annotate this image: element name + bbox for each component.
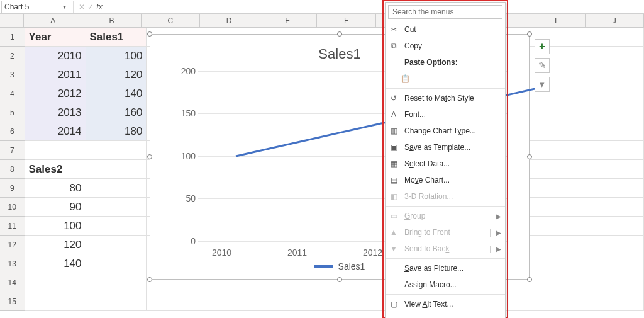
menu-assign-macro[interactable]: Assign Macro... (386, 276, 505, 293)
ytick: 100 (177, 151, 196, 161)
row-header[interactable]: 3 (0, 65, 25, 84)
cell-a5[interactable]: 2013 (25, 103, 86, 122)
cell-b2[interactable]: 100 (86, 47, 147, 65)
col-header[interactable]: C (142, 14, 200, 27)
cell-a8[interactable]: Sales2 (25, 160, 86, 179)
resize-handle[interactable] (337, 31, 342, 37)
chart-filters-button[interactable]: ▾ (535, 77, 550, 92)
row-header[interactable]: 4 (0, 84, 25, 103)
cell-b1[interactable]: Sales1 (86, 28, 147, 47)
group-icon: ▭ (388, 210, 399, 222)
resize-handle[interactable] (527, 277, 532, 282)
cell-a10[interactable]: 90 (25, 198, 86, 217)
menu-format-chart-area[interactable]: ◆ Format Chart Area... (386, 315, 505, 318)
menu-cut[interactable]: ✂ Cut (386, 21, 505, 38)
row-header[interactable]: 5 (0, 103, 25, 122)
alttext-icon: ▢ (388, 298, 399, 310)
fx-icon[interactable]: fx (95, 3, 104, 11)
cell-a2[interactable]: 2010 (25, 47, 86, 65)
row-header[interactable]: 13 (0, 254, 25, 273)
cell-b3[interactable]: 120 (86, 65, 147, 84)
cell-a6[interactable]: 2014 (25, 122, 86, 141)
menu-view-alt-text[interactable]: ▢ View Alt Text... (386, 296, 505, 312)
row-header[interactable]: 8 (0, 160, 25, 179)
menu-move-chart[interactable]: ▤ Move Chart... (386, 172, 505, 188)
chevron-down-icon[interactable]: ▾ (63, 3, 66, 10)
cell[interactable] (86, 217, 147, 236)
cell[interactable] (25, 273, 86, 292)
menu-paste-option-1[interactable]: 📋 (386, 71, 505, 87)
row-header[interactable]: 10 (0, 198, 25, 217)
data-icon: ▦ (388, 158, 399, 169)
col-header[interactable]: E (258, 14, 317, 27)
cancel-icon[interactable]: ✕ (77, 3, 86, 11)
resize-handle[interactable] (147, 277, 152, 282)
cell[interactable] (86, 236, 147, 254)
cell[interactable] (86, 273, 147, 292)
menu-change-chart-type[interactable]: ▥ Change Chart Type... (386, 123, 505, 139)
move-icon: ▤ (388, 174, 399, 186)
resize-handle[interactable] (147, 31, 152, 37)
menu-copy[interactable]: ⧉ Copy (386, 38, 505, 54)
cell[interactable] (86, 254, 147, 273)
chart-icon: ▥ (388, 125, 399, 137)
cell-b5[interactable]: 160 (86, 103, 147, 122)
cell-b4[interactable]: 140 (86, 84, 147, 103)
resize-handle[interactable] (527, 31, 532, 37)
chart-elements-button[interactable]: + (535, 39, 550, 54)
cell-a13[interactable]: 140 (25, 254, 86, 273)
formula-input[interactable] (104, 0, 644, 13)
col-header[interactable]: D (200, 14, 258, 27)
separator (386, 88, 505, 89)
cell-a9[interactable]: 80 (25, 179, 86, 198)
menu-save-as-template[interactable]: ▣ Save as Template... (386, 139, 505, 156)
row-header[interactable]: 14 (0, 273, 25, 292)
cell[interactable] (86, 141, 147, 160)
chart-side-buttons: + ✎ ▾ (535, 39, 550, 92)
separator (386, 294, 505, 295)
context-menu: ✂ Cut ⧉ Copy Paste Options: 📋 ↺ Reset to… (385, 2, 506, 318)
resize-handle[interactable] (527, 154, 532, 159)
cell[interactable] (86, 292, 147, 311)
row-header[interactable]: 1 (0, 28, 25, 47)
row-header[interactable]: 11 (0, 217, 25, 236)
cell-a4[interactable]: 2012 (25, 84, 86, 103)
cell-b6[interactable]: 180 (86, 122, 147, 141)
menu-search-input[interactable] (388, 5, 502, 19)
name-box-value: Chart 5 (4, 3, 63, 11)
row-header[interactable]: 15 (0, 292, 25, 311)
cell[interactable] (25, 292, 86, 311)
name-box[interactable]: Chart 5 ▾ (1, 1, 69, 13)
menu-reset-match-style[interactable]: ↺ Reset to Match Style (386, 90, 505, 106)
col-header[interactable]: I (526, 14, 585, 27)
cell-a12[interactable]: 120 (25, 236, 86, 254)
column-headers: A B C D E F I J (0, 14, 644, 28)
plus-icon: + (539, 40, 545, 53)
row-header[interactable]: 7 (0, 141, 25, 160)
cell[interactable] (25, 141, 86, 160)
col-header[interactable]: J (586, 14, 644, 27)
chevron-right-icon: ▶ (496, 213, 501, 220)
cell-a1[interactable]: Year (25, 28, 86, 47)
reset-icon: ↺ (388, 93, 399, 104)
col-header[interactable]: F (317, 14, 375, 27)
cell-a3[interactable]: 2011 (25, 65, 86, 84)
menu-font[interactable]: A Font... (386, 106, 505, 123)
select-all-corner[interactable] (0, 14, 24, 27)
col-header[interactable]: A (24, 14, 82, 27)
row-header[interactable]: 6 (0, 122, 25, 141)
row-header[interactable]: 2 (0, 47, 25, 65)
col-header[interactable]: B (82, 14, 141, 27)
cell[interactable] (86, 198, 147, 217)
cell[interactable] (86, 160, 147, 179)
cell-a11[interactable]: 100 (25, 217, 86, 236)
row-header[interactable]: 12 (0, 236, 25, 254)
menu-select-data[interactable]: ▦ Select Data... (386, 156, 505, 172)
row-header[interactable]: 9 (0, 179, 25, 198)
chart-styles-button[interactable]: ✎ (535, 58, 550, 73)
menu-save-as-picture[interactable]: Save as Picture... (386, 260, 505, 276)
cell[interactable] (86, 179, 147, 198)
confirm-icon[interactable]: ✓ (86, 3, 95, 11)
resize-handle[interactable] (337, 277, 342, 282)
resize-handle[interactable] (147, 154, 152, 159)
